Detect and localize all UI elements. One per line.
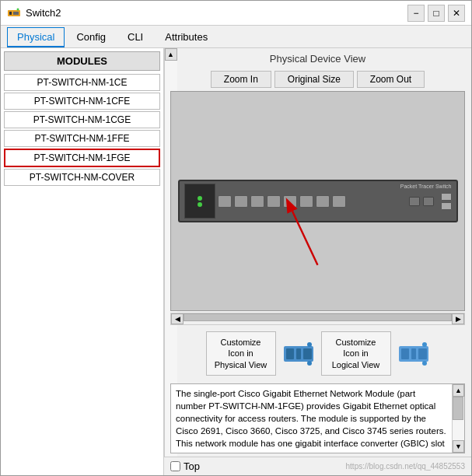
port-2 [234,195,248,208]
tab-physical[interactable]: Physical [7,27,65,47]
led-green-1 [198,196,202,201]
desc-scroll-down[interactable]: ▼ [453,440,464,453]
module-icon-logical [397,340,430,368]
svg-rect-2 [13,12,19,15]
tab-config[interactable]: Config [66,27,116,47]
port-5 [283,195,297,208]
desc-scroll-thumb[interactable] [453,397,463,420]
port-6 [299,195,313,208]
zoom-out-button[interactable]: Zoom Out [357,71,425,88]
module-item-2[interactable]: PT-SWITCH-NM-1CGE [4,111,160,128]
title-controls: − □ ✕ [407,5,465,22]
module-item-1[interactable]: PT-SWITCH-NM-1CFE [4,93,160,110]
port-4 [267,195,281,208]
switch-device: Packet Tracer Switch [178,180,458,222]
module-item-4[interactable]: PT-SWITCH-NM-1FGE [4,149,160,167]
modules-list: PT-SWITCH-NM-1CE PT-SWITCH-NM-1CFE PT-SW… [1,74,163,475]
zoom-in-button[interactable]: Zoom In [211,71,271,88]
switch-main-ports [218,195,404,208]
tab-cli[interactable]: CLI [117,27,153,47]
svg-point-10 [307,342,312,347]
tab-attributes[interactable]: Attributes [155,27,218,47]
svg-point-3 [17,8,19,10]
svg-rect-15 [418,348,427,359]
module-item-3[interactable]: PT-SWITCH-NM-1FFE [4,130,160,147]
svg-point-17 [422,361,427,366]
description-text: The single-port Cisco Gigabit Ethernet N… [171,384,452,453]
svg-rect-8 [296,348,301,359]
customize-icon-logical-button[interactable]: Customize Icon in Logical View [321,331,391,376]
sfp-port [409,197,420,206]
console-ports [441,193,452,210]
window-title: Switch2 [26,7,61,19]
top-label: Top [184,460,200,472]
console-port-2 [441,202,452,210]
module-item-5[interactable]: PT-SWITCH-NM-COVER [4,169,160,186]
title-bar-left: Switch2 [7,6,61,20]
main-window: Switch2 − □ ✕ Physical Config CLI Attrib… [0,0,472,476]
switch-icon [7,6,21,20]
maximize-button[interactable]: □ [428,5,445,22]
original-size-button[interactable]: Original Size [274,71,354,88]
svg-rect-13 [401,348,409,359]
sidebar-outer: MODULES PT-SWITCH-NM-1CE PT-SWITCH-NM-1C… [1,48,164,475]
svg-rect-1 [9,12,12,15]
zoom-bar: Zoom In Original Size Zoom Out [164,68,471,91]
title-bar: Switch2 − □ ✕ [1,1,471,26]
device-view-title: Physical Device View [164,48,471,68]
customize-icon-physical-button[interactable]: Customize Icon in Physical View [206,331,276,376]
desc-scroll-up[interactable]: ▲ [453,384,464,397]
port-3 [250,195,264,208]
switch-device-label: Packet Tracer Switch [400,184,452,189]
device-image-inner: Packet Tracer Switch [171,92,464,310]
checkbox-row: Top [170,460,200,472]
port-1 [218,195,232,208]
device-image-area: Packet Tracer Switch [170,91,465,311]
scroll-left-arrow[interactable]: ◀ [171,313,184,324]
console-port-1 [441,193,452,201]
switch-left-module [184,184,215,219]
desc-scroll-track [453,397,464,440]
port-8 [332,195,346,208]
right-panel: Physical Device View Zoom In Original Si… [164,48,471,475]
svg-rect-9 [303,348,312,359]
led-green-2 [198,202,202,207]
port-7 [316,195,330,208]
sfp-port-2 [423,197,434,206]
tab-bar: Physical Config CLI Attributes [1,26,471,48]
svg-rect-14 [411,348,416,359]
top-checkbox[interactable] [170,461,180,471]
scroll-thumb[interactable] [184,313,452,321]
module-item-0[interactable]: PT-SWITCH-NM-1CE [4,74,160,91]
close-button[interactable]: ✕ [448,5,465,22]
description-area: The single-port Cisco Gigabit Ethernet N… [170,383,465,453]
module-icon-physical [282,340,315,368]
sidebar: MODULES PT-SWITCH-NM-1CE PT-SWITCH-NM-1C… [1,48,164,475]
svg-rect-7 [286,348,294,359]
horizontal-scrollbar[interactable]: ◀ ▶ [170,313,465,325]
scroll-right-arrow[interactable]: ▶ [452,313,464,324]
watermark: https://blog.csdn.net/qq_44852553 [346,462,465,471]
minimize-button[interactable]: − [407,5,425,22]
scroll-track[interactable] [184,313,452,324]
modules-header: MODULES [4,51,160,71]
customize-row: Customize Icon in Physical View Customiz… [164,327,471,380]
bottom-bar: Top https://blog.csdn.net/qq_44852553 [164,457,471,475]
content-area: MODULES PT-SWITCH-NM-1CE PT-SWITCH-NM-1C… [1,48,471,475]
svg-point-16 [422,342,427,347]
svg-point-11 [307,361,312,366]
description-scrollbar: ▲ ▼ [452,384,464,453]
